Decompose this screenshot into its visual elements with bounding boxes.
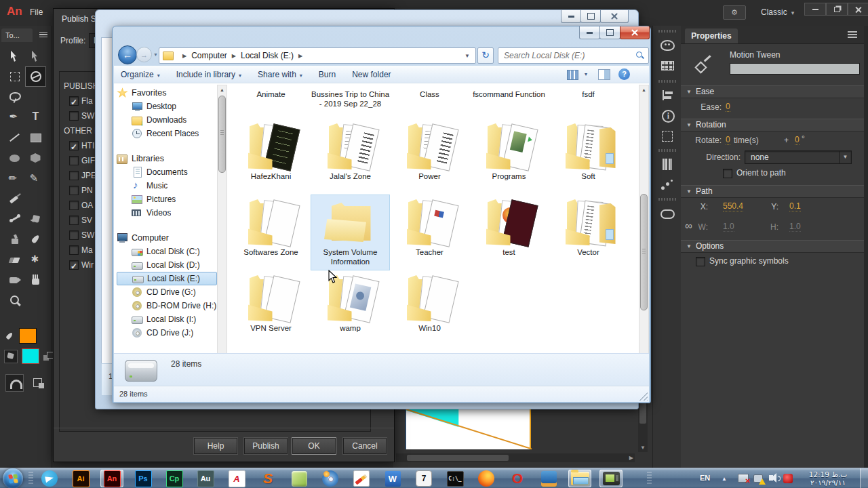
section-options[interactable]: ▼Options	[681, 240, 864, 253]
scrollbar-thumb[interactable]	[640, 194, 648, 310]
explorer-toolbar-item[interactable]: Share with▾	[258, 70, 302, 79]
tb-pencil[interactable]	[350, 470, 373, 487]
scrollbar-thumb[interactable]	[407, 455, 509, 461]
tr-vol[interactable]	[768, 473, 779, 484]
refresh-button[interactable]: ↻	[477, 47, 494, 64]
snap-magnet-button[interactable]	[5, 374, 24, 392]
explorer-toolbar-item[interactable]: New folder▾	[352, 70, 391, 79]
t-warp[interactable]	[25, 249, 46, 270]
transform-panel-icon[interactable]	[658, 127, 676, 145]
rotate-value[interactable]: 0	[726, 136, 730, 145]
close-button[interactable]	[600, 10, 629, 23]
animate-restore-button[interactable]	[826, 3, 848, 16]
preview-pane-button[interactable]	[598, 69, 610, 80]
animate-minimize-button[interactable]	[804, 3, 826, 16]
sidebar-group-libraries[interactable]: Libraries	[117, 152, 217, 165]
start-button[interactable]	[3, 468, 23, 488]
t-bone[interactable]	[4, 209, 25, 229]
sidebar-item[interactable]: Downloads	[117, 113, 217, 127]
sidebar-group-favorites[interactable]: Favorites	[117, 86, 217, 100]
t-brush[interactable]	[25, 168, 46, 188]
tray-expand-arrow[interactable]: ▲	[722, 476, 727, 482]
folder-item[interactable]: System Volume Information	[311, 195, 390, 270]
folder-item[interactable]: Win10	[390, 270, 469, 346]
workspace-sync-icon[interactable]: ⚙	[723, 5, 746, 20]
dialog-button[interactable]: Publish	[244, 438, 288, 454]
sync-graphic-symbols-checkbox[interactable]	[696, 257, 705, 266]
align-panel-icon[interactable]	[658, 87, 676, 104]
t-zoom[interactable]	[4, 290, 25, 310]
fill-color-swatch[interactable]	[22, 348, 39, 364]
format-checkbox[interactable]	[69, 216, 79, 225]
direction-dropdown[interactable]: none ▼	[745, 150, 852, 164]
dock-grip[interactable]	[658, 80, 676, 83]
breadcrumb-drive[interactable]: Local Disk (E:)	[241, 51, 294, 60]
t-hand[interactable]	[25, 270, 46, 290]
dock-grip[interactable]	[658, 30, 676, 33]
tb-acrobat[interactable]: A	[225, 470, 248, 487]
scrollbar-thumb[interactable]	[218, 96, 226, 173]
tb-cmd[interactable]: C:\_	[443, 470, 467, 487]
back-button[interactable]: ←	[118, 45, 137, 64]
dialog-button[interactable]: Cancel	[343, 438, 387, 454]
tb-au[interactable]: Au	[194, 470, 217, 487]
section-path[interactable]: ▼Path	[681, 185, 864, 198]
sidebar-item[interactable]: Local Disk (I:)	[117, 312, 217, 326]
tb-cp[interactable]: Cp	[163, 470, 186, 487]
scroll-down-arrow[interactable]: ▼	[638, 444, 648, 452]
fill-bucket-icon[interactable]	[4, 350, 18, 363]
history-dropdown-icon[interactable]: ▼	[153, 52, 158, 57]
folder-label-partial[interactable]: Class	[390, 86, 469, 119]
t-ink[interactable]	[4, 229, 25, 249]
breadcrumb-arrow[interactable]: ▶	[232, 53, 236, 59]
orange-diagonal-line[interactable]	[406, 409, 532, 450]
folder-label-partial[interactable]: fscommand Function	[469, 86, 549, 119]
tb-ps[interactable]: Ps	[132, 470, 155, 487]
format-checkbox[interactable]	[69, 245, 79, 255]
color-panel-icon[interactable]	[658, 37, 676, 54]
show-desktop-button[interactable]	[860, 468, 868, 488]
t-eraser[interactable]	[4, 249, 25, 270]
scroll-up-arrow[interactable]: ▲	[218, 85, 226, 95]
folder-item[interactable]: Jalal's Zone	[311, 119, 390, 195]
t-eyedrop[interactable]	[25, 229, 46, 249]
clipboard-option-button[interactable]	[29, 374, 47, 392]
stage-canvas[interactable]	[406, 405, 531, 449]
search-box[interactable]	[498, 47, 649, 64]
sidebar-item[interactable]: Local Disk (D:)	[117, 258, 217, 272]
tb-firefox[interactable]	[475, 470, 498, 487]
search-input[interactable]	[502, 49, 631, 62]
t-lasso[interactable]	[4, 87, 25, 107]
breadcrumb-arrow[interactable]: ▶	[298, 53, 302, 59]
sidebar-scrollbar[interactable]: ▲ ▼	[217, 85, 227, 386]
t-line[interactable]	[4, 127, 25, 148]
menu-file[interactable]: File	[30, 7, 43, 17]
motion-presets-panel-icon[interactable]	[658, 176, 676, 194]
t-poly[interactable]	[25, 148, 46, 168]
dock-grip[interactable]	[658, 149, 676, 152]
t-pen[interactable]	[4, 107, 25, 127]
sidebar-item[interactable]: Pictures	[117, 192, 217, 206]
t-selection[interactable]	[4, 46, 25, 66]
tb-opera[interactable]: O	[506, 470, 529, 487]
sidebar-item[interactable]: Local Disk (E:)	[117, 272, 217, 285]
folder-label-partial[interactable]: fsdf	[549, 86, 628, 119]
stage-horizontal-scrollbar[interactable]: ▶	[396, 453, 635, 462]
section-ease[interactable]: ▼Ease	[681, 85, 864, 98]
tb-capture[interactable]	[599, 470, 623, 487]
swap-colors-icon[interactable]	[43, 351, 53, 362]
sidebar-item[interactable]: CD Drive (G:)	[117, 285, 217, 299]
minimize-button[interactable]	[561, 10, 581, 23]
folder-item[interactable]: HafezKhani	[231, 119, 311, 195]
files-scrollbar[interactable]: ▲ ▼	[639, 85, 649, 386]
scroll-right-arrow[interactable]: ▶	[629, 455, 633, 461]
t-oval[interactable]	[4, 148, 25, 168]
tr-red[interactable]	[783, 473, 794, 484]
tb-7[interactable]: 7	[412, 470, 435, 487]
tools-panel-tab[interactable]: To...	[1, 28, 33, 42]
maximize-button[interactable]	[599, 26, 620, 39]
tb-word[interactable]: W	[381, 470, 404, 487]
format-checkbox[interactable]	[69, 111, 79, 121]
sidebar-item[interactable]: Local Disk (C:)	[117, 245, 217, 258]
panel-menu-icon[interactable]	[39, 32, 47, 38]
